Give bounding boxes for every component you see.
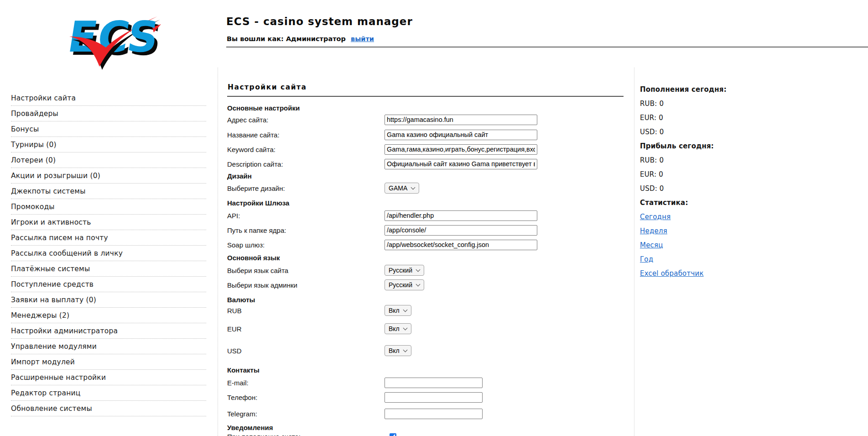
site-description-label: Description сайта: <box>227 160 283 168</box>
section-design-heading: Дизайн <box>227 170 626 181</box>
phone-label: Телефон: <box>227 394 257 401</box>
currency-eur-label: EUR <box>227 325 242 333</box>
profit-rub: RUB: 0 <box>640 156 754 170</box>
site-name-input[interactable] <box>385 130 537 140</box>
currency-usd-select-value: Вкл <box>389 347 400 354</box>
sidebar-item-incoming-funds[interactable]: Поступление средств <box>11 277 206 292</box>
currency-eur-select[interactable]: Вкл <box>385 323 411 334</box>
core-path-row: Путь к папке ядра: <box>227 225 626 236</box>
section-gateway-heading: Настройки Шлюза <box>227 197 626 208</box>
soap-row: Soap шлюз: <box>227 239 626 250</box>
email-label: E-mail: <box>227 379 249 387</box>
deposits-heading: Пополнения сегодня: <box>640 85 754 100</box>
choose-design-row: Выберите дизайн: GAMA <box>227 183 626 194</box>
email-row: E-mail: <box>227 377 626 388</box>
chevron-down-icon <box>416 282 421 286</box>
sidebar-item-page-editor[interactable]: Редактор страниц <box>11 385 206 401</box>
currency-usd-select[interactable]: Вкл <box>385 345 411 356</box>
on-deposit-label: При пополнение счета: <box>227 433 301 436</box>
sidebar-item-site-settings[interactable]: Настройки сайта <box>11 90 206 106</box>
stats-link-today[interactable]: Сегодня <box>640 213 670 221</box>
sidebar-item-tournaments[interactable]: Турниры (0) <box>11 137 206 152</box>
on-deposit-row: При пополнение счета: <box>227 431 626 436</box>
sidebar-item-payment-systems[interactable]: Платёжные системы <box>11 261 206 277</box>
statistics-heading: Статистика: <box>640 199 754 213</box>
site-description-input[interactable] <box>385 159 537 169</box>
section-general-heading: Основные настройки <box>227 102 626 113</box>
admin-lang-select-value: Русский <box>389 281 412 289</box>
currency-usd-row: USD Вкл <box>227 345 626 356</box>
api-row: API: <box>227 210 626 221</box>
stats-link-year[interactable]: Год <box>640 255 653 263</box>
design-select[interactable]: GAMA <box>385 183 419 194</box>
site-lang-row: Выбери язык сайта Русский <box>227 265 626 276</box>
sidebar-item-pm-mailing[interactable]: Рассылка сообщений в личку <box>11 246 206 261</box>
phone-input[interactable] <box>385 392 483 403</box>
email-input[interactable] <box>385 378 483 388</box>
sidebar-item-module-import[interactable]: Импорт модулей <box>11 354 206 370</box>
telegram-label: Telegram: <box>227 410 257 418</box>
sidebar-item-bonuses[interactable]: Бонусы <box>11 121 206 137</box>
main-right-divider <box>634 68 634 436</box>
on-deposit-checkbox[interactable] <box>390 433 396 436</box>
sidebar-item-lotteries[interactable]: Лотереи (0) <box>11 152 206 168</box>
deposits-rub: RUB: 0 <box>640 100 754 114</box>
stats-link-week[interactable]: Неделя <box>640 227 667 235</box>
api-label: API: <box>227 212 240 220</box>
chevron-down-icon <box>416 267 421 272</box>
site-url-input[interactable] <box>385 115 537 125</box>
site-lang-select[interactable]: Русский <box>385 265 424 276</box>
sidebar-item-email-mailing[interactable]: Рассылка писем на почту <box>11 230 206 246</box>
section-language-heading: Основной язык <box>227 252 626 263</box>
site-keyword-label: Keyword сайта: <box>227 146 275 153</box>
admin-lang-label: Выбери язык админки <box>227 281 297 289</box>
currency-usd-label: USD <box>227 347 242 355</box>
ecs-logo-icon: ECS EC S <box>63 7 161 70</box>
stats-panel: Пополнения сегодня: RUB: 0 EUR: 0 USD: 0… <box>640 85 754 284</box>
sidebar-item-promotions[interactable]: Акции и розыгрыши (0) <box>11 168 206 184</box>
sidebar-item-system-update[interactable]: Обновление системы <box>11 401 206 416</box>
currency-rub-row: RUB Вкл <box>227 305 626 316</box>
site-keyword-input[interactable] <box>385 144 537 155</box>
site-url-label: Адрес сайта: <box>227 116 269 124</box>
telegram-input[interactable] <box>385 409 483 419</box>
sidebar-item-payout-requests[interactable]: Заявки на выплату (0) <box>11 292 206 308</box>
design-select-value: GAMA <box>389 184 407 192</box>
core-path-label: Путь к папке ядра: <box>227 226 286 234</box>
stats-link-excel[interactable]: Excel обработчик <box>640 269 704 278</box>
sidebar-item-promocodes[interactable]: Промокоды <box>11 199 206 215</box>
admin-lang-select[interactable]: Русский <box>385 279 424 290</box>
sidebar-item-providers[interactable]: Провайдеры <box>11 106 206 121</box>
currency-rub-select[interactable]: Вкл <box>385 305 411 316</box>
profit-eur: EUR: 0 <box>640 170 754 184</box>
site-name-label: Название сайта: <box>227 131 280 139</box>
sidebar-item-jackpots[interactable]: Джекпоты системы <box>11 184 206 199</box>
sidebar-item-module-management[interactable]: Управление модулями <box>11 339 206 354</box>
choose-design-label: Выберите дизайн: <box>227 184 285 192</box>
currency-eur-select-value: Вкл <box>389 325 400 332</box>
page: { "colors": { "link_blue": "#1766c8", "l… <box>0 0 868 436</box>
site-url-row: Адрес сайта: <box>227 114 626 125</box>
profit-heading: Прибыль сегодня: <box>640 142 754 156</box>
chevron-down-icon <box>411 185 416 189</box>
sidebar-nav: Настройки сайта Провайдеры Бонусы Турнир… <box>11 90 206 416</box>
site-description-row: Description сайта: <box>227 158 626 169</box>
site-lang-select-value: Русский <box>389 267 412 274</box>
stats-link-month[interactable]: Месяц <box>640 241 663 249</box>
sidebar-item-admin-settings[interactable]: Настройки администратора <box>11 323 206 339</box>
section-currencies-heading: Валюты <box>227 294 626 305</box>
currency-eur-row: EUR Вкл <box>227 323 626 334</box>
site-keyword-row: Keyword сайта: <box>227 144 626 155</box>
admin-lang-row: Выбери язык админки Русский <box>227 279 626 290</box>
main-left-divider <box>218 68 218 436</box>
sidebar-item-advanced-settings[interactable]: Расширенные настройки <box>11 370 206 385</box>
sidebar-item-managers[interactable]: Менеджеры (2) <box>11 308 206 323</box>
soap-input[interactable] <box>385 240 537 250</box>
api-input[interactable] <box>385 210 537 221</box>
chevron-down-icon <box>403 307 407 312</box>
core-path-input[interactable] <box>385 225 537 236</box>
deposits-usd: USD: 0 <box>640 128 754 142</box>
chevron-down-icon <box>403 326 407 330</box>
sidebar-item-players-activity[interactable]: Игроки и активность <box>11 215 206 230</box>
phone-row: Телефон: <box>227 392 626 403</box>
